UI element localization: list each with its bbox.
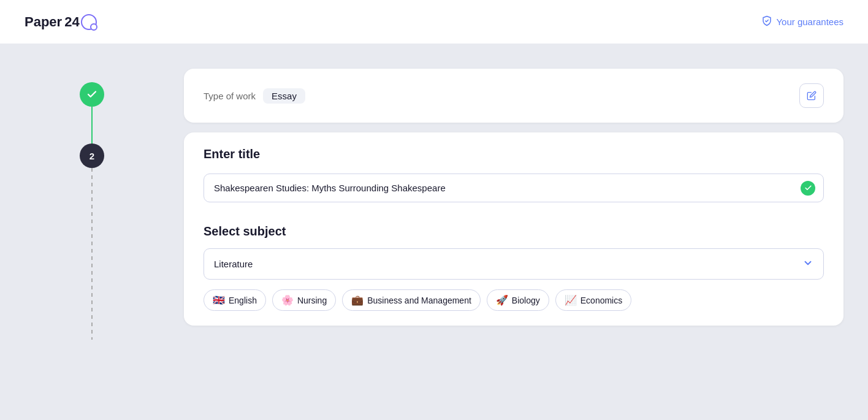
chip-label: Nursing <box>297 296 327 305</box>
subject-chip[interactable]: 🇬🇧English <box>204 289 266 311</box>
subject-chips-row: 🇬🇧English🌸Nursing💼Business and Managemen… <box>204 289 824 311</box>
enter-title-heading: Enter title <box>204 147 824 161</box>
step-1-circle <box>80 82 104 107</box>
type-of-work-value: Essay <box>263 88 305 104</box>
chip-emoji: 📈 <box>565 294 577 306</box>
chevron-down-icon <box>802 258 813 270</box>
chip-emoji: 💼 <box>351 294 364 306</box>
chip-emoji: 🚀 <box>496 294 508 306</box>
pencil-icon <box>807 91 817 101</box>
title-check-icon <box>801 181 815 196</box>
subject-chip[interactable]: 🚀Biology <box>487 289 549 311</box>
edit-type-of-work-button[interactable] <box>799 83 824 108</box>
step-2-card: Enter title Select subject Literature <box>184 132 843 326</box>
subject-dropdown-value: Literature <box>214 259 253 269</box>
chip-label: Biology <box>512 296 540 305</box>
stepper: 2 <box>0 69 184 340</box>
logo-circle-decoration <box>81 14 97 30</box>
logo-paper: Paper <box>25 14 62 30</box>
guarantees-label: Your guarantees <box>776 17 843 27</box>
step-2-3-connector <box>91 168 93 340</box>
shield-icon <box>761 15 772 28</box>
logo-number: 24 <box>64 14 79 30</box>
chip-label: Economics <box>581 296 622 305</box>
chip-label: Business and Management <box>367 296 471 305</box>
guarantees-link[interactable]: Your guarantees <box>761 15 843 28</box>
content-area: Type of work Essay Enter title <box>184 69 868 340</box>
select-subject-heading: Select subject <box>204 224 824 239</box>
step-1-2-connector <box>91 107 93 143</box>
title-input[interactable] <box>204 174 824 202</box>
type-of-work-row: Type of work Essay <box>204 83 824 108</box>
title-input-wrapper <box>204 174 824 202</box>
type-of-work-card: Type of work Essay <box>184 69 843 123</box>
type-of-work-label: Type of work <box>204 91 256 101</box>
type-of-work-label-group: Type of work Essay <box>204 88 305 104</box>
subject-chip[interactable]: 📈Economics <box>555 289 631 311</box>
main-layout: 2 Type of work Essay Enter t <box>0 44 868 364</box>
header: Paper 24 Your guarantees <box>0 0 868 44</box>
logo: Paper 24 <box>25 14 97 30</box>
chip-emoji: 🇬🇧 <box>213 294 225 306</box>
subject-chip[interactable]: 💼Business and Management <box>342 289 481 311</box>
chip-emoji: 🌸 <box>281 294 294 306</box>
subject-chip[interactable]: 🌸Nursing <box>272 289 336 311</box>
subject-dropdown[interactable]: Literature <box>204 248 824 280</box>
step-2-circle: 2 <box>80 143 104 168</box>
chip-label: English <box>229 296 257 305</box>
step-2-label: 2 <box>89 151 94 161</box>
